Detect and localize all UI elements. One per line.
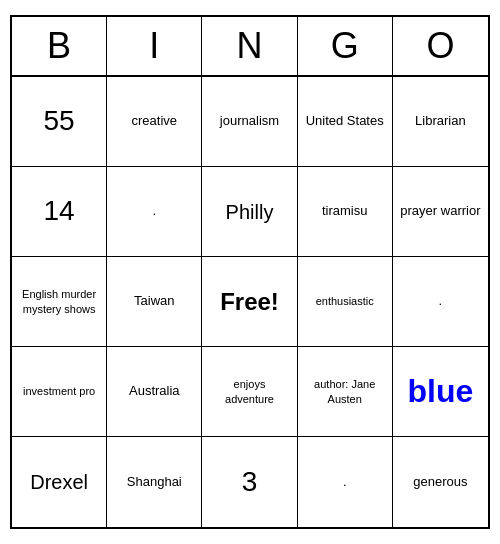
cell-text: Drexel	[30, 469, 88, 495]
cell-text: Taiwan	[134, 293, 174, 310]
cell-text: enjoys adventure	[208, 377, 290, 406]
cell-text: generous	[413, 474, 467, 491]
cell-text: Free!	[220, 286, 279, 317]
cell-r3-c2: enjoys adventure	[202, 347, 297, 437]
cell-r1-c0: 14	[12, 167, 107, 257]
bingo-grid: 55creativejournalismUnited StatesLibrari…	[12, 77, 488, 527]
cell-text: author: Jane Austen	[304, 377, 386, 406]
cell-text: .	[343, 474, 347, 491]
cell-r4-c1: Shanghai	[107, 437, 202, 527]
cell-r0-c3: United States	[298, 77, 393, 167]
header-letter: G	[298, 17, 393, 75]
cell-text: United States	[306, 113, 384, 130]
cell-r2-c2: Free!	[202, 257, 297, 347]
cell-text: prayer warrior	[400, 203, 480, 220]
cell-r1-c1: .	[107, 167, 202, 257]
cell-text: Librarian	[415, 113, 466, 130]
bingo-header: BINGO	[12, 17, 488, 77]
cell-text: Shanghai	[127, 474, 182, 491]
cell-r0-c1: creative	[107, 77, 202, 167]
cell-r3-c4: blue	[393, 347, 488, 437]
cell-r1-c3: tiramisu	[298, 167, 393, 257]
cell-r0-c2: journalism	[202, 77, 297, 167]
cell-text: tiramisu	[322, 203, 368, 220]
cell-text: 3	[242, 464, 258, 500]
cell-r1-c4: prayer warrior	[393, 167, 488, 257]
cell-r0-c0: 55	[12, 77, 107, 167]
header-letter: O	[393, 17, 488, 75]
cell-r3-c0: investment pro	[12, 347, 107, 437]
cell-text: creative	[132, 113, 178, 130]
cell-text: .	[152, 203, 156, 220]
cell-text: journalism	[220, 113, 279, 130]
cell-text: Philly	[226, 199, 274, 225]
cell-r2-c1: Taiwan	[107, 257, 202, 347]
cell-r1-c2: Philly	[202, 167, 297, 257]
cell-text: blue	[408, 371, 474, 413]
cell-r2-c3: enthusiastic	[298, 257, 393, 347]
cell-text: Australia	[129, 383, 180, 400]
cell-r4-c4: generous	[393, 437, 488, 527]
header-letter: B	[12, 17, 107, 75]
cell-text: investment pro	[23, 384, 95, 398]
bingo-card: BINGO 55creativejournalismUnited StatesL…	[10, 15, 490, 529]
cell-r0-c4: Librarian	[393, 77, 488, 167]
cell-r3-c1: Australia	[107, 347, 202, 437]
header-letter: N	[202, 17, 297, 75]
cell-r2-c4: .	[393, 257, 488, 347]
cell-r3-c3: author: Jane Austen	[298, 347, 393, 437]
cell-r4-c0: Drexel	[12, 437, 107, 527]
cell-r4-c2: 3	[202, 437, 297, 527]
cell-text: English murder mystery shows	[18, 287, 100, 316]
cell-text: 14	[44, 193, 75, 229]
cell-r4-c3: .	[298, 437, 393, 527]
cell-text: enthusiastic	[316, 294, 374, 308]
cell-r2-c0: English murder mystery shows	[12, 257, 107, 347]
cell-text: .	[439, 293, 443, 310]
header-letter: I	[107, 17, 202, 75]
cell-text: 55	[44, 103, 75, 139]
